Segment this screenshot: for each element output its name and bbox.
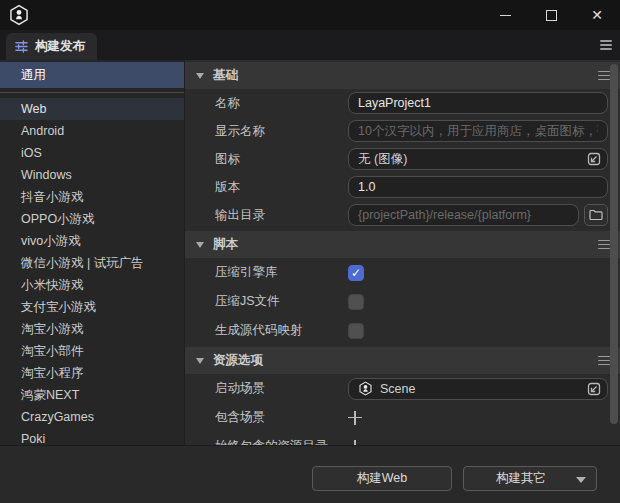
- build-other-label: 构建其它: [496, 470, 546, 487]
- section-title: 资源选项: [213, 352, 598, 369]
- section-menu-icon[interactable]: [598, 71, 610, 81]
- sidebar-item-taobao-miniapp[interactable]: 淘宝小程序: [0, 362, 184, 384]
- section-title: 基础: [213, 67, 598, 84]
- tab-bar: 构建发布: [0, 30, 620, 60]
- sidebar-item-xiaomi[interactable]: 小米快游戏: [0, 274, 184, 296]
- browse-folder-button[interactable]: [584, 204, 608, 226]
- sidebar-item-ios[interactable]: iOS: [0, 142, 184, 164]
- source-map-checkbox[interactable]: [348, 323, 364, 339]
- hamburger-menu-icon: [600, 40, 612, 50]
- label-output-dir: 输出目录: [215, 207, 348, 224]
- main-content: 通用 Web Android iOS Windows 抖音小游戏 OPPO小游戏…: [0, 60, 620, 445]
- label-version: 版本: [215, 179, 348, 196]
- label-startup-scene: 启动场景: [215, 380, 348, 397]
- scrollbar-thumb[interactable]: [610, 64, 618, 424]
- display-name-input[interactable]: [348, 120, 608, 142]
- label-compress-js: 压缩JS文件: [215, 293, 348, 310]
- sidebar-item-taobao-game[interactable]: 淘宝小游戏: [0, 318, 184, 340]
- sliders-icon: [14, 39, 29, 54]
- chevron-down-icon: [576, 477, 586, 483]
- asset-picker-icon[interactable]: [585, 380, 603, 398]
- section-header-script[interactable]: 脚本: [185, 231, 620, 258]
- sidebar-item-alipay[interactable]: 支付宝小游戏: [0, 296, 184, 318]
- collapse-arrow-icon[interactable]: [196, 242, 204, 248]
- label-always-included-dirs: 始终包含的资源目录: [215, 438, 348, 445]
- build-other-button[interactable]: 构建其它: [463, 466, 597, 491]
- titlebar: ✕: [0, 0, 620, 30]
- label-source-map: 生成源代码映射: [215, 322, 348, 339]
- add-resource-dir-button[interactable]: [348, 440, 362, 446]
- sidebar-item-vivo[interactable]: vivo小游戏: [0, 230, 184, 252]
- sidebar-item-wechat[interactable]: 微信小游戏 | 试玩广告: [0, 252, 184, 274]
- sidebar-item-taobao-widget[interactable]: 淘宝小部件: [0, 340, 184, 362]
- startup-scene-value: Scene: [380, 382, 585, 396]
- maximize-icon: [546, 10, 557, 21]
- tabbar-menu-button[interactable]: [599, 38, 613, 52]
- collapse-arrow-icon[interactable]: [196, 73, 204, 79]
- compress-js-checkbox[interactable]: [348, 294, 364, 310]
- sidebar-item-android[interactable]: Android: [0, 120, 184, 142]
- label-display-name: 显示名称: [215, 123, 348, 140]
- sidebar-item-douyin[interactable]: 抖音小游戏: [0, 186, 184, 208]
- sidebar-item-oppo[interactable]: OPPO小游戏: [0, 208, 184, 230]
- add-scene-button[interactable]: [348, 411, 362, 425]
- section-menu-icon[interactable]: [598, 240, 610, 250]
- section-header-resource-options[interactable]: 资源选项: [185, 347, 620, 374]
- maximize-button[interactable]: [528, 0, 574, 30]
- startup-scene-field[interactable]: Scene: [348, 378, 608, 400]
- tab-label: 构建发布: [35, 38, 85, 55]
- section-title: 脚本: [213, 236, 598, 253]
- platform-sidebar: 通用 Web Android iOS Windows 抖音小游戏 OPPO小游戏…: [0, 60, 185, 445]
- build-web-button[interactable]: 构建Web: [312, 466, 452, 491]
- icon-asset-field[interactable]: 无 (图像): [348, 148, 608, 170]
- sidebar-item-web[interactable]: Web: [0, 98, 184, 120]
- sidebar-item-windows[interactable]: Windows: [0, 164, 184, 186]
- sidebar-item-general[interactable]: 通用: [0, 62, 184, 88]
- sidebar-item-crazygames[interactable]: CrazyGames: [0, 406, 184, 428]
- sidebar-item-harmony-next[interactable]: 鸿蒙NEXT: [0, 384, 184, 406]
- scene-hexagon-icon: [358, 381, 374, 397]
- label-included-scenes: 包含场景: [215, 409, 348, 426]
- label-icon: 图标: [215, 151, 348, 168]
- close-icon: ✕: [591, 8, 603, 22]
- app-window: ✕ 构建发布 通用 Web Android iOS Windows: [0, 0, 620, 503]
- minimize-icon: [500, 15, 511, 16]
- label-name: 名称: [215, 95, 348, 112]
- panel-scrollbar[interactable]: [610, 62, 618, 443]
- minimize-button[interactable]: [482, 0, 528, 30]
- collapse-arrow-icon[interactable]: [196, 358, 204, 364]
- settings-panel: 基础 名称 显示名称 图标 无 (图像): [185, 60, 620, 445]
- compress-engine-checkbox[interactable]: [348, 265, 364, 281]
- label-compress-engine: 压缩引擎库: [215, 264, 348, 281]
- tab-build-publish[interactable]: 构建发布: [6, 33, 97, 60]
- close-button[interactable]: ✕: [574, 0, 620, 30]
- section-menu-icon[interactable]: [598, 356, 610, 366]
- folder-icon: [589, 209, 603, 221]
- asset-picker-icon[interactable]: [585, 150, 603, 168]
- footer-bar: 构建Web 构建其它: [0, 445, 620, 503]
- sidebar-item-poki[interactable]: Poki: [0, 428, 184, 445]
- app-logo-icon: [7, 3, 31, 27]
- name-input[interactable]: [348, 92, 608, 114]
- icon-asset-value: 无 (图像): [358, 151, 585, 168]
- output-dir-input[interactable]: [348, 204, 579, 226]
- section-header-basic[interactable]: 基础: [185, 62, 620, 89]
- version-input[interactable]: [348, 176, 608, 198]
- sidebar-divider: [0, 92, 184, 93]
